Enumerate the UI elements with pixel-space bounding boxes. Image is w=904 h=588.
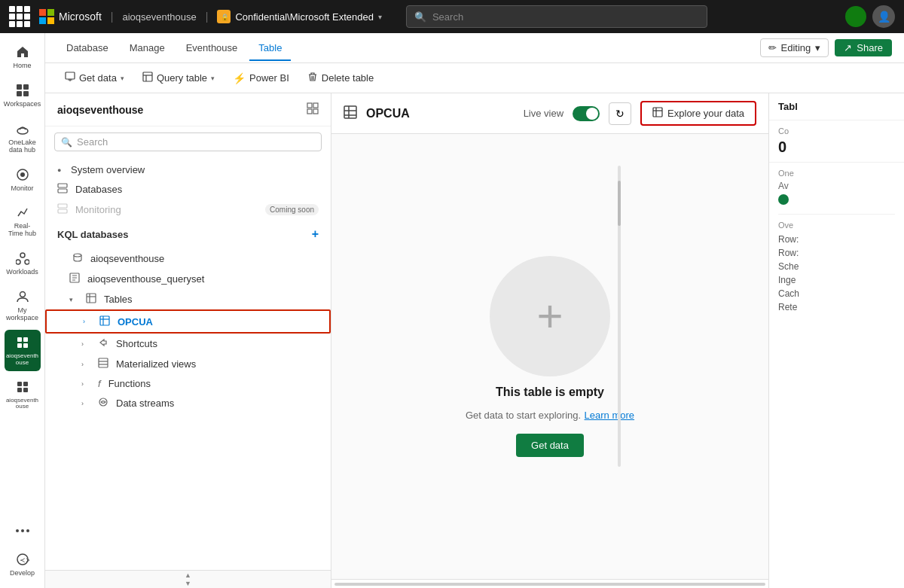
- get-data-chevron-icon: ▾: [121, 75, 124, 82]
- tab-database[interactable]: Database: [57, 36, 118, 61]
- tree-item-shortcuts[interactable]: › Shortcuts: [45, 334, 331, 354]
- sidebar-item-myworkspace[interactable]: My workspace: [5, 284, 41, 327]
- system-overview-icon: ●: [57, 166, 66, 174]
- content-area: Database Manage Eventhouse Table ✏ Editi…: [45, 33, 904, 588]
- share-button[interactable]: ↗ Share: [835, 39, 892, 56]
- icon-sidebar: Home Workspaces OneLake data hub Monitor…: [0, 33, 45, 588]
- explore-data-button[interactable]: Explore your data: [640, 101, 756, 126]
- workloads-icon: [14, 250, 31, 267]
- svg-rect-43: [100, 316, 109, 325]
- queryset-icon: [69, 273, 80, 285]
- kql-tree-section: aioqseventhouse aioqseventhouse_queryset…: [45, 245, 331, 416]
- power-bi-button[interactable]: ⚡ Power BI: [225, 69, 297, 87]
- shortcuts-icon: [98, 337, 108, 350]
- right-panel-count-value: 0: [778, 139, 895, 156]
- tree-item-queryset[interactable]: aioqseventhouse_queryset: [45, 269, 331, 289]
- bottom-scrollbar-container[interactable]: [331, 579, 768, 588]
- tree-item-functions[interactable]: › f Functions: [45, 374, 331, 393]
- sidebar-item-home[interactable]: Home: [5, 39, 41, 75]
- tree-item-opcua[interactable]: › OPCUA ···: [45, 309, 331, 334]
- power-bi-label: Power BI: [249, 72, 289, 84]
- svg-rect-18: [23, 382, 28, 386]
- tab-table[interactable]: Table: [249, 36, 291, 61]
- get-data-button[interactable]: Get data ▾: [57, 69, 132, 87]
- right-panel-schema-label: Sche: [778, 260, 895, 273]
- power-bi-icon: ⚡: [233, 72, 246, 84]
- mat-views-label: Materialized views: [116, 358, 319, 370]
- left-panel-scroll-down[interactable]: ▼: [45, 579, 331, 588]
- svg-rect-5: [23, 91, 29, 96]
- layout-icon[interactable]: [307, 102, 319, 117]
- share-icon: ↗: [844, 42, 852, 53]
- editing-button[interactable]: ✏ Editing ▾: [760, 38, 829, 57]
- svg-point-8: [20, 172, 25, 177]
- right-panel-onelake-label: One: [778, 169, 895, 178]
- sidebar-item-more[interactable]: [5, 518, 41, 544]
- functions-icon: f: [98, 378, 101, 389]
- right-panel-onelake-toggle[interactable]: [778, 194, 789, 205]
- databases-label: Databases: [75, 184, 319, 195]
- learn-more-link[interactable]: Learn more: [585, 410, 634, 421]
- mat-views-icon: [98, 358, 108, 370]
- workspace-chevron-icon[interactable]: ▾: [378, 13, 382, 21]
- sidebar-item-develop[interactable]: ≺≻ Develop: [5, 547, 41, 582]
- tab-manage[interactable]: Manage: [121, 36, 174, 61]
- get-data-empty-button[interactable]: Get data: [516, 434, 584, 457]
- more-icon: [14, 522, 31, 539]
- tree-item-tables[interactable]: ▾ Tables: [45, 289, 331, 309]
- workspace-selector[interactable]: 🔒 Confidential\Microsoft Extended ▾: [217, 10, 382, 23]
- left-panel-scroll-up[interactable]: ▲: [45, 570, 331, 579]
- svg-rect-27: [143, 72, 152, 81]
- search-input[interactable]: [432, 11, 699, 23]
- svg-text:🔒: 🔒: [221, 13, 228, 21]
- right-panel: Tabl Co 0 One Av Ove Row: Row: Sche: [768, 93, 904, 588]
- sidebar-item-realtime[interactable]: Real-Time hub: [5, 200, 41, 242]
- sidebar-item-workspaces[interactable]: Workspaces: [5, 78, 41, 113]
- notification-indicator[interactable]: [845, 6, 866, 27]
- tree-item-databases[interactable]: Databases: [45, 179, 331, 200]
- delete-table-button[interactable]: Delete table: [300, 69, 381, 87]
- body-split: aioqseventhouse 🔍: [45, 93, 904, 588]
- opcua-table-icon: [99, 315, 110, 328]
- explore-icon: [652, 107, 663, 120]
- sidebar-monitor-label: Monitor: [11, 185, 33, 193]
- refresh-button[interactable]: ↻: [609, 102, 631, 125]
- mat-views-chevron-icon: ›: [81, 361, 90, 368]
- tree-item-system-overview[interactable]: ● System overview: [45, 160, 331, 179]
- sidebar-home-label: Home: [13, 62, 31, 70]
- query-table-icon: [142, 72, 153, 84]
- system-overview-label: System overview: [71, 164, 319, 175]
- tree-item-materialized-views[interactable]: › Materialized views: [45, 354, 331, 374]
- tree-item-database[interactable]: aioqseventhouse: [45, 248, 331, 269]
- sidebar-item-workloads[interactable]: Workloads: [5, 245, 41, 281]
- right-panel-retention-label: Rete: [778, 300, 895, 314]
- sidebar-item-onelake[interactable]: OneLake data hub: [5, 116, 41, 159]
- opcua-chevron-icon: ›: [83, 318, 92, 325]
- tree-item-monitoring[interactable]: Monitoring Coming soon: [45, 200, 331, 220]
- waffle-menu[interactable]: [9, 6, 30, 27]
- svg-rect-31: [313, 103, 318, 108]
- shortcuts-chevron-icon: ›: [81, 340, 90, 348]
- query-table-button[interactable]: Query table ▾: [135, 69, 222, 87]
- table-grid-icon: [344, 105, 357, 122]
- sidebar-item-monitor[interactable]: Monitor: [5, 162, 41, 197]
- svg-point-21: [16, 529, 19, 532]
- live-view-toggle[interactable]: [573, 106, 600, 121]
- left-panel-search-input[interactable]: [77, 136, 315, 148]
- sidebar-item-active-db[interactable]: aioqseventh ouse: [5, 330, 41, 371]
- add-kql-database-button[interactable]: +: [312, 227, 319, 241]
- query-table-label: Query table: [157, 72, 207, 84]
- secondary-nav: Database Manage Eventhouse Table ✏ Editi…: [45, 33, 904, 63]
- sidebar-item-active-db2[interactable]: aioqseventh ouse: [5, 374, 41, 416]
- query-table-chevron-icon: ▾: [211, 75, 215, 82]
- left-panel-search-box[interactable]: 🔍: [54, 133, 322, 151]
- tables-chevron-icon: ▾: [69, 296, 78, 303]
- tree-item-data-streams[interactable]: › Data streams: [45, 393, 331, 413]
- editing-chevron-icon: ▾: [815, 42, 820, 53]
- tab-eventhouse[interactable]: Eventhouse: [177, 36, 247, 61]
- global-search-box[interactable]: 🔍: [406, 5, 707, 28]
- monitoring-icon: [57, 203, 68, 216]
- user-avatar[interactable]: 👤: [872, 5, 895, 28]
- microsoft-logo: Microsoft: [39, 9, 102, 24]
- main-content: OPCUA Live view ↻ Explore your data: [331, 93, 768, 588]
